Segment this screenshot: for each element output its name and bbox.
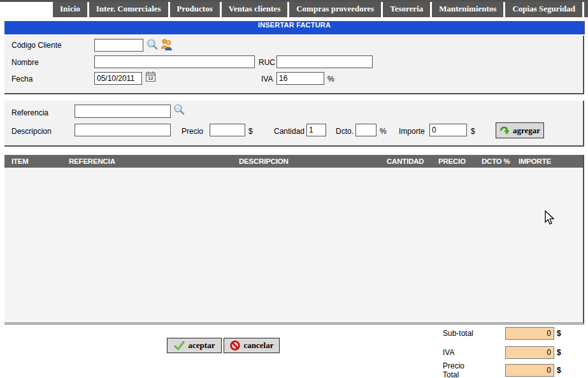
menu-item-tesoreria[interactable]: Tesoreria [383, 2, 430, 17]
precio-total-input[interactable] [505, 364, 554, 377]
page-title: INSERTAR FACTURA [4, 21, 585, 34]
nombre-label: Nombre [11, 58, 39, 67]
cantidad-input[interactable] [306, 124, 326, 136]
calendar-icon[interactable]: 12 [145, 71, 156, 85]
ruc-input[interactable] [276, 55, 373, 68]
precio-total-label: Precio Total [443, 361, 464, 378]
precio-unit-label: $ [248, 127, 253, 136]
col-cantidad: CANTIDAD [387, 157, 424, 165]
main-menu: Inicio Inter. Comerciales Productos Vent… [53, 2, 588, 17]
cancelar-button[interactable]: cancelar [224, 338, 280, 353]
menu-item-ventas-clientes[interactable]: Ventas clientes [222, 2, 288, 17]
svg-text:12: 12 [148, 75, 153, 81]
importe-unit-label: $ [471, 127, 475, 136]
prohibition-icon [230, 340, 240, 351]
search-reference-icon[interactable] [173, 103, 185, 119]
menu-item-inicio[interactable]: Inicio [53, 2, 87, 17]
add-arrow-icon [499, 126, 510, 136]
cancelar-label: cancelar [244, 340, 274, 351]
dcto-unit-label: % [380, 127, 387, 136]
precio-total-unit-label: $ [557, 366, 561, 375]
search-client-icon[interactable] [146, 38, 159, 54]
fecha-label: Fecha [11, 75, 32, 84]
items-table-header: ITEM REFERENCIA DESCRIPCION CANTIDAD PRE… [4, 155, 583, 168]
agregar-button[interactable]: agregar [496, 122, 544, 138]
dcto-label: Dcto. [336, 127, 354, 136]
check-icon [174, 341, 185, 351]
precio-label: Precio [182, 127, 203, 136]
referencia-label: Referencia [11, 108, 48, 117]
subtotal-unit-label: $ [557, 329, 561, 338]
iva-label: IVA [261, 75, 273, 84]
col-descripcion: DESCRIPCION [239, 157, 289, 165]
cantidad-label: Cantidad [274, 127, 305, 136]
precio-input[interactable] [210, 124, 245, 136]
iva-unit-label: % [327, 75, 334, 84]
totals-iva-input[interactable] [505, 346, 554, 359]
totals-iva-unit-label: $ [557, 348, 561, 357]
col-item: ITEM [11, 157, 29, 165]
descripcion-input[interactable] [75, 124, 171, 136]
iva-input[interactable] [276, 72, 324, 85]
col-precio: PRECIO [438, 157, 466, 165]
agregar-label: agregar [513, 126, 540, 136]
referencia-input[interactable] [75, 105, 171, 118]
subtotal-label: Sub-total [443, 329, 473, 338]
add-client-person-icon[interactable] [160, 38, 173, 54]
subtotal-input[interactable] [505, 327, 554, 340]
importe-label: Importe [399, 127, 425, 136]
menu-item-compras-proveedores[interactable]: Compras proveedores [289, 2, 381, 17]
totals-iva-label: IVA [443, 348, 454, 357]
items-table-body[interactable] [4, 168, 583, 323]
menu-item-copias-seguridad[interactable]: Copias Seguridad [505, 2, 582, 17]
items-table: ITEM REFERENCIA DESCRIPCION CANTIDAD PRE… [4, 155, 584, 324]
col-dcto: DCTO % [482, 157, 510, 165]
codigo-cliente-label: Código Cliente [11, 41, 62, 50]
menu-item-productos[interactable]: Productos [170, 2, 220, 17]
menu-item-mantenimientos[interactable]: Mantenimientos [432, 2, 503, 17]
codigo-cliente-input[interactable] [94, 39, 143, 52]
nombre-input[interactable] [94, 55, 255, 68]
aceptar-label: aceptar [189, 340, 215, 351]
insertar-factura-window: Inicio Inter. Comerciales Productos Vent… [0, 0, 588, 378]
fecha-input[interactable] [94, 72, 142, 85]
menu-item-creditos[interactable]: Creditos [584, 2, 588, 17]
dcto-input[interactable] [355, 124, 376, 136]
menu-item-inter-comerciales[interactable]: Inter. Comerciales [89, 2, 168, 17]
ruc-label: RUC [259, 58, 275, 67]
col-referencia: REFERENCIA [69, 157, 115, 165]
col-importe: IMPORTE [519, 157, 551, 165]
importe-input[interactable] [429, 124, 467, 136]
descripcion-label: Descripcion [11, 127, 52, 136]
aceptar-button[interactable]: aceptar [167, 338, 222, 353]
